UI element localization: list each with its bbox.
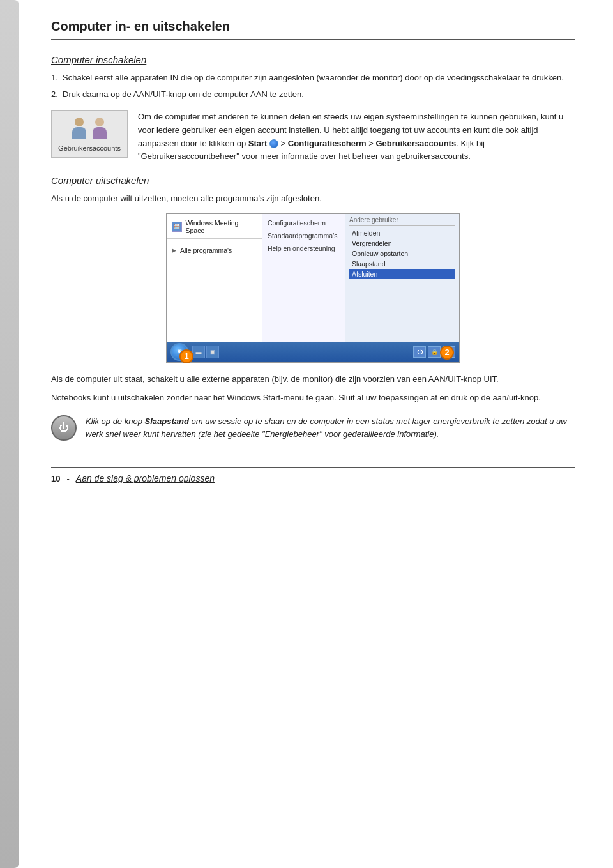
win-center-panel: Configuratiescherm Standaardprogramma's … [262,214,345,342]
win-menu-area: 🪟 Windows Meeting Space ▶ Alle programma… [167,214,459,342]
page-title: Computer in- en uitschakelen [51,19,230,33]
info-text-block: Om de computer met anderen te kunnen del… [138,110,575,164]
sleep-block: ⏻ Klik op de knop Slaapstand om uw sessi… [51,415,575,442]
section-heading-uitschakelen: Computer uitschakelen [51,175,575,186]
list-item-text: Schakel eerst alle apparaten IN die op d… [63,72,564,84]
page-header: Computer in- en uitschakelen [51,19,575,40]
page-number: 10 [51,474,60,483]
circle-badge-1: 1 [179,349,193,363]
list-item: 1. Schakel eerst alle apparaten IN die o… [51,72,575,84]
win-center-item[interactable]: Help en ondersteuning [262,242,345,255]
sleep-text-before: Klik op de knop [86,416,145,426]
list-num: 2. [51,88,63,101]
power-btn-2[interactable]: 🔒 [428,346,441,358]
win-right-vergrendelen[interactable]: Vergrendelen [349,238,455,248]
uitschakelen-intro: Als u de computer wilt uitzetten, moeten… [51,192,575,206]
gebruikers-label: Gebruikersaccounts [58,144,121,152]
circle-badge-2: 2 [440,346,454,360]
para-notebooks: Notebooks kunt u uitschakelen zonder naa… [51,392,575,405]
page-footer: 10 - Aan de slag & problemen oplossen [51,467,575,483]
win-right-opnieuw[interactable]: Opnieuw opstarten [349,248,455,259]
all-programs-label: Alle programma's [180,247,232,254]
win-right-afsluiten[interactable]: Afsluiten [349,269,455,279]
start-label: Start [248,139,268,148]
list-item: 2. Druk daarna op de AAN/UIT-knop om de … [51,88,575,101]
win-left-all-programs[interactable]: ▶ Alle programma's [167,244,262,257]
configuratiescherm-label: Configuratiescherm [288,139,367,148]
sleep-text: Klik op de knop Slaapstand om uw sessie … [86,415,575,442]
win-logo-icon [269,139,278,148]
sleep-power-icon: ⏻ [51,415,77,441]
para-external-devices: Als de computer uit staat, schakelt u al… [51,373,575,386]
user-figure-2 [91,118,109,141]
arrow-icon: ▶ [172,247,176,254]
left-decoration [0,0,19,868]
taskbar-icon-1[interactable]: ▬ [192,346,205,358]
power-symbol: ⏻ [59,422,69,434]
info-block: Gebruikersaccounts Om de computer met an… [51,110,575,164]
user-head [95,118,104,126]
list-item-text: Druk daarna op de AAN/UIT-knop om de com… [63,88,304,101]
win-left-item-label: Windows Meeting Space [186,219,257,234]
user-body [72,127,86,139]
sleep-bold-word: Slaapstand [145,416,189,426]
list-num: 1. [51,72,63,84]
section-heading-inschakelen: Computer inschakelen [51,54,575,65]
footer-title: Aan de slag & problemen oplossen [76,473,215,483]
win-center-item[interactable]: Standaardprogramma's [262,229,345,242]
win-taskbar-icons: ▬ ▣ [192,346,219,358]
win-center-item[interactable]: Configuratiescherm [262,217,345,229]
footer-separator: - [66,474,69,483]
win-left-item: 🪟 Windows Meeting Space [167,217,262,237]
gebruikersaccounts-label: Gebruikersaccounts [375,139,456,148]
win-right-panel: Andere gebruiker Afmelden Vergrendelen O… [345,214,459,342]
win-right-afmelden[interactable]: Afmelden [349,228,455,238]
users-icon [70,118,109,141]
info-text-part3: > [367,139,376,148]
win-left-panel: 🪟 Windows Meeting Space ▶ Alle programma… [167,214,262,342]
user-figure-1 [70,118,88,141]
gebruikers-accounts-box: Gebruikersaccounts [51,110,128,158]
win-right-slaapstand[interactable]: Slaapstand [349,259,455,269]
meeting-space-icon: 🪟 [172,222,182,232]
win-left-separator [167,238,262,244]
user-body [93,127,107,139]
power-btn-1[interactable]: ⏻ [413,346,426,358]
win-right-title: Andere gebruiker [349,217,455,226]
taskbar-icon-2[interactable]: ▣ [206,346,219,358]
user-head [75,118,84,126]
info-text-part2: > [278,139,288,148]
windows-screenshot-mockup: 🪟 Windows Meeting Space ▶ Alle programma… [166,213,460,363]
win-taskbar: ⊞ ▬ ▣ ⏻ 🔒 ▶ [167,342,459,362]
